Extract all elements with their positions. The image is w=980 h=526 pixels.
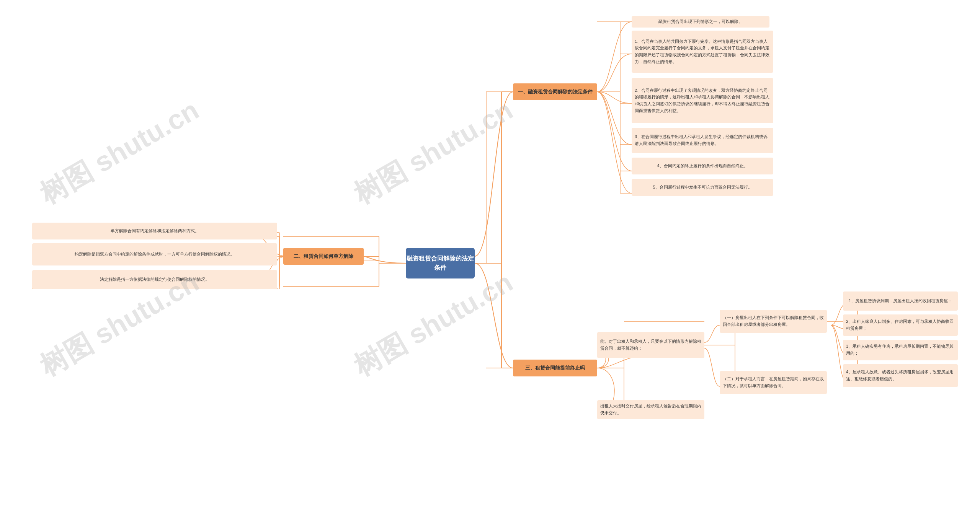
l1-label: 二、租赁合同如何单方解除: [294, 252, 353, 260]
r1-top-label: 一、融资租赁合同解除的法定条件: [518, 88, 593, 96]
l2-unilateral-intro: 单方解除合同有约定解除和法定解除两种方式。: [32, 223, 277, 239]
r4-item2: 2、出租人家庭人口增多、住房困难，可与承租人协商收回租赁房屋；: [843, 314, 958, 336]
r2-item1: 1、合同在当事人的共同努力下履行完毕。这种情形是指合同双方当事人依合同约定完全履…: [632, 31, 773, 73]
r3-tenant-conditions: （二）对于承租人而言，在房屋租赁期间，如果存在以下情况，就可以单方面解除合同。: [720, 371, 827, 394]
l2-legal-termination: 法定解除是指一方依据法律的规定行使合同解除权的情况。: [32, 270, 277, 289]
central-node: 融资租赁合同解除的法定 条件: [406, 248, 475, 278]
r2-item4: 4、合同约定的终止履行的条件出现而自然终止。: [632, 158, 773, 174]
branch-r1-label: 一、融资租赁合同解除的法定条件: [513, 83, 597, 100]
r4-item1: 1、房屋租赁协议到期，房屋出租人按约收回租赁房屋；: [843, 291, 958, 311]
watermark-4: 树图 shutu.cn: [347, 264, 519, 384]
branch-r1-bottom-label: 三、租赁合同能提前终止吗: [513, 360, 597, 376]
mind-map-canvas: 树图 shutu.cn 树图 shutu.cn 树图 shutu.cn 树图 s…: [0, 0, 980, 526]
r3-landlord-conditions: （一）房屋出租人在下列条件下可以解除租赁合同，收回全部出租房屋或者部分出租房屋。: [720, 310, 827, 333]
branch-l1-label: 二、租赁合同如何单方解除: [283, 248, 364, 265]
r2-item5: 5、合同履行过程中发生不可抗力而致合同无法履行。: [632, 179, 773, 196]
watermark-1: 树图 shutu.cn: [33, 92, 206, 212]
r3-unpaid-delivery: 出租人未按时交付房屋，经承租人催告后在合理期限内仍未交付。: [597, 400, 704, 419]
r4-item3: 3、承租人确实另有住房，承租房屋长期闲置，不能物尽其用的；: [843, 340, 958, 360]
watermark-2: 树图 shutu.cn: [347, 92, 519, 212]
r2-item3: 3、在合同履行过程中出租人和承租人发生争议，经选定的仲裁机构或诉请人民法院判决而…: [632, 128, 773, 153]
r1-bottom-label: 三、租赁合同能提前终止吗: [525, 364, 585, 372]
central-label: 融资租赁合同解除的法定 条件: [406, 254, 475, 272]
r4-item4: 4、屋承租人故意、或者过失将所租房屋损坏，改变房屋用途、拒绝修复或者赔偿的。: [843, 364, 958, 387]
r2-item2: 2、合同在履行过程中出现了客观情况的改变，双方经协商约定终止合同的继续履行的情形…: [632, 78, 773, 123]
r2-intro: 融资租赁合同出现下列情形之一，可以解除。: [632, 16, 769, 28]
l2-agreed-termination: 约定解除是指双方合同中约定的解除条件成就时，一方可单方行使合同解除权的情况。: [32, 243, 277, 265]
r3-can-terminate: 能。对于出租人和承租人，只要在以下的情形内解除租赁合同，就不算违约：: [597, 332, 704, 358]
